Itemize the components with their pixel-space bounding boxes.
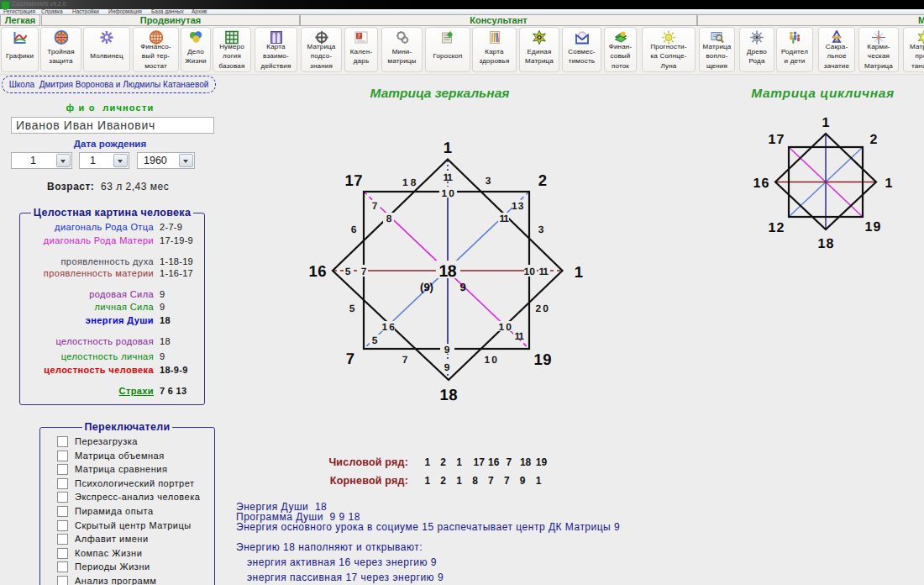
svg-text:2: 2: [538, 171, 547, 189]
svg-text:11: 11: [500, 213, 510, 224]
svg-text:19: 19: [534, 350, 552, 368]
svg-text:8: 8: [386, 213, 392, 224]
svg-text:16: 16: [753, 177, 769, 191]
svg-text:11: 11: [539, 266, 549, 277]
svg-text:17: 17: [769, 133, 785, 147]
svg-text:(9): (9): [420, 281, 433, 293]
svg-text:5: 5: [345, 266, 351, 277]
svg-text:18: 18: [818, 237, 834, 251]
svg-text:9: 9: [459, 281, 465, 293]
svg-text:1: 1: [444, 139, 452, 156]
svg-text:5: 5: [349, 303, 355, 314]
svg-text:7: 7: [346, 350, 354, 367]
svg-text:20: 20: [536, 303, 549, 314]
svg-text:16: 16: [382, 321, 396, 333]
svg-text:11: 11: [444, 171, 454, 183]
svg-text:18: 18: [402, 177, 417, 188]
svg-text:6: 6: [351, 224, 357, 235]
svg-text:1: 1: [575, 263, 583, 281]
svg-text:7: 7: [402, 354, 408, 366]
svg-text:11: 11: [515, 330, 525, 342]
svg-text:9: 9: [444, 361, 450, 373]
svg-text:18: 18: [440, 386, 458, 403]
svg-text:10: 10: [524, 266, 536, 277]
svg-text:10: 10: [442, 187, 455, 199]
svg-text:12: 12: [769, 221, 785, 235]
svg-text:16: 16: [309, 262, 327, 280]
svg-text:3: 3: [486, 175, 491, 187]
svg-text:17: 17: [345, 171, 363, 189]
svg-text:9: 9: [444, 344, 450, 356]
svg-text:13: 13: [512, 200, 524, 212]
svg-text:7: 7: [361, 266, 367, 277]
svg-text:19: 19: [865, 220, 881, 235]
svg-text:3: 3: [538, 224, 544, 235]
svg-text:1: 1: [822, 116, 830, 130]
svg-text:18: 18: [439, 262, 457, 281]
svg-text:2: 2: [870, 133, 878, 147]
svg-text:7: 7: [372, 200, 378, 212]
svg-text:10: 10: [485, 354, 498, 366]
svg-text:10: 10: [499, 321, 512, 333]
svg-text:1: 1: [885, 177, 893, 191]
svg-text:5: 5: [372, 335, 378, 346]
